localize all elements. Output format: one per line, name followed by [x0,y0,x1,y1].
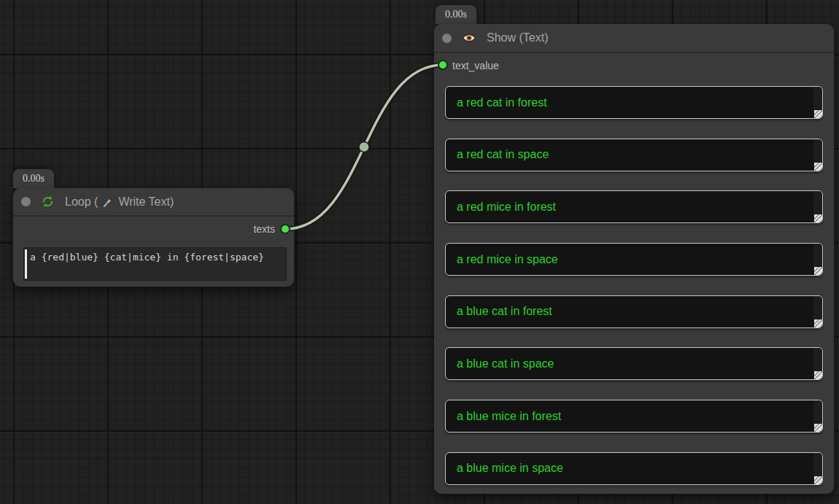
eye-icon [462,33,476,43]
resize-grip-icon[interactable] [814,214,822,222]
output-text: a red mice in space [457,253,558,266]
output-text: a red cat in forest [457,96,547,109]
output-text: a red mice in forest [457,201,556,214]
recycle-icon [41,195,55,209]
text-output-box[interactable]: a blue cat in forest [445,295,823,328]
text-output-box[interactable]: a blue cat in space [445,347,823,380]
wire-midpoint-dot[interactable] [359,142,369,152]
loop-write-text-node[interactable]: Loop ( Write Text) texts a {red|blue} {c… [13,188,294,287]
node-status-dot[interactable] [21,197,31,206]
show-node-title: Show (Text) [487,31,548,44]
text-output-box[interactable]: a blue mice in space [445,452,823,485]
text-output-box[interactable]: a red cat in space [445,139,823,171]
output-text: a blue mice in forest [457,410,561,423]
text-value-input-label: text_value [452,60,499,71]
show-node-timing-badge: 0.00s [436,5,476,24]
prompt-textarea[interactable]: a {red|blue} {cat|mice} in {forest|space… [23,247,287,281]
show-text-node[interactable]: Show (Text) text_value a red cat in fore… [434,24,834,494]
resize-grip-icon[interactable] [814,163,822,171]
texts-output-label: texts [253,223,275,235]
texts-to-text-value-wire[interactable] [285,65,443,229]
resize-grip-icon[interactable] [814,267,822,275]
resize-grip-icon[interactable] [814,110,822,118]
show-node-outputs: a red cat in forest a red cat in space a… [445,86,823,504]
node-status-dot[interactable] [442,34,452,43]
show-node-header[interactable]: Show (Text) [434,24,834,53]
output-text: a blue mice in space [457,462,563,475]
text-output-box[interactable]: a red mice in forest [445,190,823,223]
text-output-box[interactable]: a red mice in space [445,243,823,276]
resize-grip-icon[interactable] [814,371,822,379]
text-output-box[interactable]: a red cat in forest [445,86,823,119]
text-caret [25,249,27,279]
resize-grip-icon[interactable] [814,476,822,484]
text-output-box[interactable]: a blue mice in forest [445,400,823,433]
loop-node-header[interactable]: Loop ( Write Text) [13,188,294,217]
loop-node-title: Loop ( Write Text) [65,195,174,209]
resize-grip-icon[interactable] [814,319,822,327]
prompt-text: a {red|blue} {cat|mice} in {forest|space… [30,252,264,263]
output-text: a blue cat in space [457,357,554,371]
output-text: a blue cat in forest [457,305,552,318]
fountain-pen-icon [102,196,114,208]
loop-node-timing-badge: 0.00s [13,169,54,188]
resize-grip-icon[interactable] [814,424,822,432]
output-text: a red cat in space [457,148,549,161]
